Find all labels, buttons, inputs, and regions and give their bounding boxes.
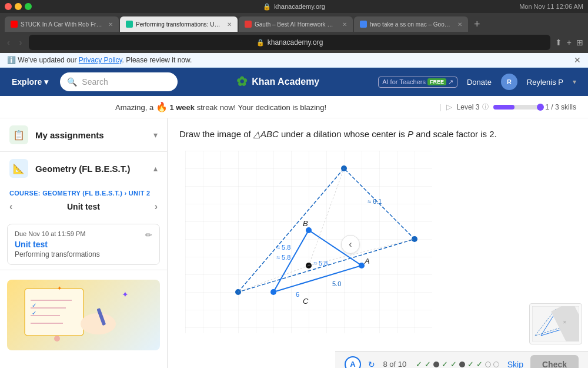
- svg-text:✓: ✓: [32, 310, 36, 316]
- unit-nav-next[interactable]: ›: [155, 201, 158, 212]
- assignment-subtitle: Performing transformations: [15, 250, 100, 258]
- main-layout: 📋 My assignments ▾ 📐 Geometry (FL B.E.S.…: [0, 118, 588, 368]
- title-bar-right: Mon Nov 11 12:06 AM: [519, 3, 583, 10]
- back-button[interactable]: ‹: [5, 37, 12, 48]
- svg-point-7: [81, 313, 116, 334]
- address-bar-actions: ⬆ + ⊞: [555, 38, 583, 47]
- share-icon[interactable]: ⬆: [555, 38, 562, 47]
- tab-favicon-khan: [126, 21, 133, 28]
- tab-khan[interactable]: Performing transformations: Unit test | …: [120, 16, 238, 32]
- main-content: Draw the image of △ABC under a dilation …: [168, 118, 588, 368]
- level-badge: Level 3 ⓘ: [457, 102, 489, 111]
- assignments-chevron-icon: ▾: [153, 130, 158, 140]
- hint-button[interactable]: A: [345, 356, 361, 369]
- measure-5-0: 5.0: [332, 280, 341, 287]
- streak-count: 1: [169, 103, 173, 112]
- grid-background: [185, 151, 432, 333]
- unit-nav-prev[interactable]: ‹: [9, 201, 12, 212]
- geometry-chevron-icon: ▴: [153, 164, 158, 173]
- illustration-svg: ✓ ✓ ✦ ✦: [13, 280, 154, 350]
- traffic-lights: [5, 3, 32, 10]
- measure-6: 6: [296, 291, 299, 298]
- tab-close-khan[interactable]: ✕: [227, 21, 232, 28]
- check4: ✓: [450, 360, 457, 368]
- svg-point-11: [54, 336, 60, 342]
- info-text: ℹ️ We've updated our Privacy Policy. Ple…: [7, 56, 192, 64]
- unit-label: Unit test: [67, 202, 100, 211]
- forward-button[interactable]: ›: [17, 37, 25, 48]
- play-arrow-icon: ▷: [446, 102, 452, 111]
- problem-instruction: Draw the image of: [179, 129, 253, 139]
- assignment-info: Due Nov 10 at 11:59 PM Unit test Perform…: [15, 230, 100, 258]
- vertex-c: [270, 289, 276, 295]
- external-link-icon: ↗: [448, 78, 453, 86]
- ai-teachers-badge[interactable]: AI for Teachers FREE ↗: [378, 77, 457, 88]
- check2: ✓: [425, 360, 431, 368]
- bottom-toolbar: A ↻ 8 of 10 ✓ ✓ ✓ ✓ ✓ ✓ Skip Check: [335, 351, 588, 368]
- check6: ✓: [476, 360, 483, 368]
- graph-svg: B A C ≈ 6.1 ≈ 5.8 ≈ 5.8 ≈ 5.8 6 5.0: [185, 151, 432, 333]
- streak-bar: Amazing, a 🔥 1 week streak now! Your ded…: [0, 96, 588, 118]
- measure-5-8-left-top: ≈ 5.8: [276, 244, 290, 251]
- tab-close-gauth[interactable]: ✕: [342, 21, 347, 28]
- minimize-button[interactable]: [15, 3, 22, 10]
- tab-gauth[interactable]: Gauth – Best AI Homework Helper for All …: [239, 16, 353, 32]
- assignment-title: Unit test: [15, 240, 100, 249]
- ka-header-right: AI for Teachers FREE ↗ Donate R Reylenis…: [378, 74, 576, 90]
- graph-area: B A C ≈ 6.1 ≈ 5.8 ≈ 5.8 ≈ 5.8 6 5.0: [185, 151, 570, 333]
- skip-button[interactable]: Skip: [507, 360, 523, 369]
- user-menu-chevron[interactable]: ▾: [573, 78, 576, 86]
- sidebar: 📋 My assignments ▾ 📐 Geometry (FL B.E.S.…: [0, 118, 168, 368]
- user-name: Reylenis P: [527, 78, 563, 87]
- ka-leaf-icon: ✿: [236, 74, 247, 89]
- info-bar-close[interactable]: ✕: [574, 55, 581, 65]
- reload-icon[interactable]: ↻: [368, 360, 375, 369]
- my-assignments-section: 📋 My assignments ▾: [0, 118, 167, 152]
- tab-google[interactable]: hwo take a ss on mac – Google Search ✕: [354, 16, 468, 32]
- due-date: Due Nov 10 at 11:59 PM: [15, 230, 100, 237]
- svg-text:✓: ✓: [32, 302, 36, 309]
- check-button[interactable]: Check: [530, 355, 579, 369]
- thumbnail-svg: ✕: [532, 306, 579, 342]
- title-bar-center: 🔒 khanacademy.org: [263, 3, 325, 11]
- search-box[interactable]: 🔍 Search: [60, 72, 178, 91]
- tab-label-youtube: STUCK In A Car With Rob From Love Island…: [21, 21, 103, 28]
- level-fill: [493, 105, 514, 110]
- svg-text:✦: ✦: [57, 285, 62, 291]
- label-b: B: [303, 219, 308, 228]
- ka-logo-text: Khan Academy: [252, 77, 319, 87]
- tab-favicon-gauth: [245, 21, 252, 28]
- problem-header: Draw the image of △ABC under a dilation …: [168, 118, 588, 146]
- nav-left-button[interactable]: ‹: [341, 235, 360, 254]
- explore-label: Explore: [12, 77, 42, 87]
- fullscreen-button[interactable]: [25, 3, 32, 10]
- extensions-icon[interactable]: ⊞: [576, 38, 583, 47]
- geometry-item[interactable]: 📐 Geometry (FL B.E.S.T.) ▴: [0, 152, 167, 185]
- browser-chrome: STUCK In A Car With Rob From Love Island…: [0, 13, 588, 32]
- empty-dot1: [485, 362, 491, 367]
- streak-unit: week: [176, 103, 195, 112]
- tab-favicon-youtube: [11, 21, 18, 28]
- user-avatar[interactable]: R: [501, 74, 517, 90]
- tab-youtube[interactable]: STUCK In A Car With Rob From Love Island…: [5, 16, 119, 32]
- empty-dot2: [493, 362, 499, 367]
- privacy-policy-link[interactable]: Privacy Policy: [79, 56, 122, 64]
- new-tab-button[interactable]: +: [474, 18, 480, 31]
- level-label: Level 3: [457, 103, 480, 111]
- tab-favicon-google: [360, 21, 367, 28]
- ai-teachers-label: AI for Teachers: [382, 78, 426, 85]
- donate-link[interactable]: Donate: [467, 78, 492, 87]
- progress-dots: 8 of 10 ✓ ✓ ✓ ✓ ✓ ✓: [382, 360, 500, 368]
- assignment-card[interactable]: Due Nov 10 at 11:59 PM Unit test Perform…: [7, 224, 160, 265]
- tab-close-youtube[interactable]: ✕: [108, 21, 113, 28]
- streak-message: Amazing, a 🔥 1 week streak now! Your ded…: [12, 101, 430, 112]
- my-assignments-item[interactable]: 📋 My assignments ▾: [0, 118, 167, 151]
- tab-close-google[interactable]: ✕: [457, 21, 462, 28]
- progress-text: 8 of 10: [383, 360, 406, 368]
- url-text: khanacademy.org: [268, 38, 323, 47]
- label-c: C: [303, 297, 309, 306]
- address-bar[interactable]: 🔒 khanacademy.org: [29, 35, 550, 50]
- explore-menu[interactable]: Explore ▾: [12, 77, 48, 87]
- add-tab-icon[interactable]: +: [567, 38, 572, 47]
- close-button[interactable]: [5, 3, 12, 10]
